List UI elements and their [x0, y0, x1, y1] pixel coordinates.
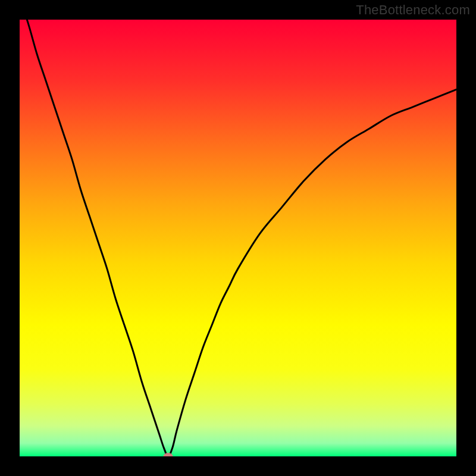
- plot-background: [20, 20, 456, 456]
- watermark-text: TheBottleneck.com: [356, 2, 470, 18]
- chart-svg: [0, 0, 476, 476]
- bottleneck-chart: TheBottleneck.com: [0, 0, 476, 476]
